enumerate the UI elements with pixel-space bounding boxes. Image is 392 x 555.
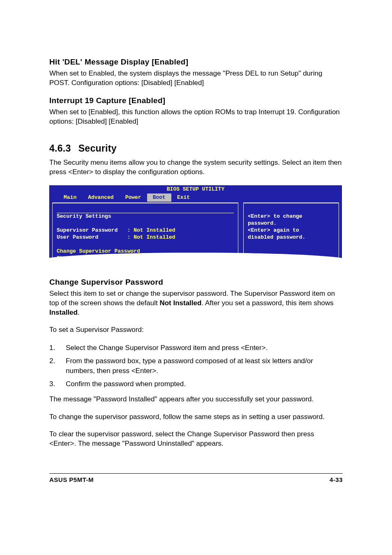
footer-page-number: 4-33 xyxy=(330,476,343,483)
bios-user-label: User Password xyxy=(57,234,98,240)
bios-menu-main[interactable]: Main xyxy=(58,193,82,202)
bios-right-inner: <Enter> to change password. <Enter> agai… xyxy=(243,203,339,260)
para-to-clear: To clear the supervisor password, select… xyxy=(49,430,343,449)
bios-help-line2: password. xyxy=(248,220,277,226)
text-installed: Installed xyxy=(49,309,78,316)
bios-screenshot-wrap: BIOS SETUP UTILITY Main Advanced Power B… xyxy=(49,185,341,261)
para-change-sup-1: Select this item to set or change the su… xyxy=(49,289,343,318)
section-heading-security: 4.6.3Security xyxy=(49,143,343,154)
bios-supervisor-label: Supervisor Password xyxy=(57,227,118,233)
bios-menu-exit[interactable]: Exit xyxy=(171,193,196,202)
bios-menu-boot[interactable]: Boot xyxy=(147,193,171,202)
bios-supervisor-value: : Not Installed xyxy=(127,227,175,233)
bios-menu-power[interactable]: Power xyxy=(120,193,147,202)
text-run-1c: . After you set a password, this item sh… xyxy=(201,299,333,307)
bios-user-value: : Not Installed xyxy=(127,234,175,240)
bios-screenshot: BIOS SETUP UTILITY Main Advanced Power B… xyxy=(49,185,342,261)
bios-menu-advanced[interactable]: Advanced xyxy=(82,193,119,202)
bios-title-bar: BIOS SETUP UTILITY xyxy=(50,185,341,193)
bios-help-line4: disabled password. xyxy=(248,234,305,240)
bios-help-line3: <Enter> again to xyxy=(248,227,299,233)
para-to-change: To change the supervisor password, follo… xyxy=(49,412,343,422)
bios-left-inner: Security Settings Supervisor Password : … xyxy=(52,203,238,260)
text-not-installed: Not Installed xyxy=(159,299,201,307)
para-interrupt: When set to [Enabled], this function all… xyxy=(49,108,343,127)
steps-list: Select the Change Supervisor Password it… xyxy=(49,343,343,389)
page-container: Hit 'DEL' Message Display [Enabled] When… xyxy=(0,0,392,500)
heading-interrupt: Interrupt 19 Capture [Enabled] xyxy=(49,96,343,105)
bios-help-line1: <Enter> to change xyxy=(248,213,302,219)
para-security-intro: The Security menu items allow you to cha… xyxy=(49,158,343,177)
bios-menu-bar: Main Advanced Power Boot Exit xyxy=(50,193,341,202)
section-number: 4.6.3 xyxy=(49,143,71,154)
heading-change-supervisor: Change Supervisor Password xyxy=(49,278,343,287)
section-title-text: Security xyxy=(78,143,117,154)
step-1: Select the Change Supervisor Password it… xyxy=(49,343,343,353)
para-after-set: The message "Password Installed" appears… xyxy=(49,395,343,404)
step-2: From the password box, type a password c… xyxy=(49,356,343,376)
para-to-set: To set a Supervisor Password: xyxy=(49,325,343,335)
bios-right-panel: <Enter> to change password. <Enter> agai… xyxy=(241,202,341,261)
bios-security-settings-heading: Security Settings xyxy=(57,213,234,220)
footer-product: ASUS P5MT-M xyxy=(49,476,94,483)
text-run-1e: . xyxy=(78,309,80,316)
para-hit-del: When set to Enabled, the system displays… xyxy=(49,69,343,88)
heading-hit-del: Hit 'DEL' Message Display [Enabled] xyxy=(49,58,343,67)
page-footer: ASUS P5MT-M 4-33 xyxy=(49,473,343,483)
step-3: Confirm the password when prompted. xyxy=(49,379,343,389)
